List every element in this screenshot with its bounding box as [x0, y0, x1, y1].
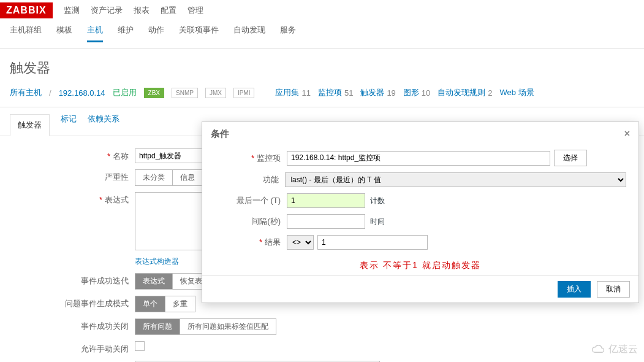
badge-snmp: SNMP [172, 88, 198, 98]
modal-title: 条件 [211, 128, 229, 140]
tab-triggers[interactable]: 触发器 [10, 114, 50, 136]
modal-interval-label: 间隔(秒) [214, 216, 287, 227]
subnav-discovery[interactable]: 自动发现 [233, 25, 265, 42]
tab-deps[interactable]: 依赖关系 [88, 114, 119, 136]
top-nav: 监测 资产记录 报表 配置 管理 [54, 5, 213, 16]
modal-select-button[interactable]: 选择 [554, 150, 587, 166]
count-triggers[interactable]: 触发器 [360, 87, 384, 98]
event-ok-close-tagmatch[interactable]: 所有问题如果标签值匹配 [180, 318, 276, 335]
modal-result-op-select[interactable]: <> [287, 235, 314, 250]
manual-close-checkbox[interactable] [135, 341, 145, 351]
count-discovery-val: 2 [488, 88, 492, 98]
subnav-maintenance[interactable]: 维护 [118, 25, 134, 42]
count-apps[interactable]: 应用集 [275, 87, 299, 98]
subnav-templates[interactable]: 模板 [56, 25, 72, 42]
count-items-val: 51 [344, 88, 353, 98]
manual-close-label: 允许手动关闭 [0, 341, 135, 355]
page-title: 触发器 [0, 49, 644, 87]
name-label: 名称 [113, 152, 129, 161]
badge-ipmi: IPMI [233, 88, 255, 98]
status-enabled: 已启用 [113, 87, 137, 98]
condition-modal: 条件 × *监控项 选择 功能 last() - 最后（最近）的 T 值 最后一… [202, 121, 639, 303]
event-ok-gen-expr[interactable]: 表达式 [135, 273, 173, 290]
breadcrumb-sep: / [49, 88, 51, 98]
modal-result-value-input[interactable] [317, 235, 428, 250]
event-ok-close-label: 事件成功关闭 [0, 318, 135, 332]
count-triggers-val: 19 [387, 88, 395, 98]
badge-jmx: JMX [205, 88, 226, 98]
brand-logo: ZABBIX [0, 2, 53, 18]
nav-monitor[interactable]: 监测 [64, 5, 80, 16]
modal-func-label: 功能 [214, 174, 285, 185]
modal-close-icon[interactable]: × [624, 128, 630, 140]
expr-label: 表达式 [105, 195, 129, 204]
count-graphs[interactable]: 图形 [403, 87, 419, 98]
breadcrumb-host[interactable]: 192.168.0.14 [59, 88, 105, 98]
breadcrumb: 所有主机 / 192.168.0.14 已启用 ZBX SNMP JMX IPM… [0, 87, 644, 107]
severity-unclassified[interactable]: 未分类 [135, 169, 173, 186]
modal-item-input[interactable] [287, 151, 550, 166]
problem-mode-multi[interactable]: 多重 [165, 296, 195, 312]
breadcrumb-all-hosts[interactable]: 所有主机 [10, 87, 42, 98]
nav-admin[interactable]: 管理 [188, 5, 203, 16]
modal-lastof-label: 最后一个 (T) [214, 195, 287, 206]
modal-note: 表示 不等于1 就启动触发器 [202, 260, 638, 271]
nav-inventory[interactable]: 资产记录 [91, 5, 123, 16]
problem-mode-single[interactable]: 单个 [135, 296, 165, 312]
subnav-services[interactable]: 服务 [280, 25, 296, 42]
count-items[interactable]: 监控项 [318, 87, 342, 98]
sub-nav: 主机群组 模板 主机 维护 动作 关联项事件 自动发现 服务 [0, 18, 644, 49]
cloud-icon [589, 344, 606, 355]
nav-reports[interactable]: 报表 [134, 5, 150, 16]
event-ok-close-all[interactable]: 所有问题 [135, 318, 180, 335]
badge-zbx: ZBX [144, 88, 164, 98]
modal-insert-button[interactable]: 插入 [558, 281, 591, 298]
count-graphs-val: 10 [422, 88, 430, 98]
modal-lastof-unit: 计数 [370, 196, 385, 206]
subnav-hosts[interactable]: 主机 [87, 25, 103, 42]
subnav-actions[interactable]: 动作 [148, 25, 164, 42]
modal-item-label: 监控项 [257, 153, 281, 163]
subnav-correlation[interactable]: 关联项事件 [179, 25, 219, 42]
problem-mode-label: 问题事件生成模式 [0, 296, 135, 309]
modal-func-select[interactable]: last() - 最后（最近）的 T 值 [285, 172, 626, 187]
count-web[interactable]: Web 场景 [500, 87, 534, 98]
count-discovery[interactable]: 自动发现规则 [438, 87, 485, 98]
nav-config[interactable]: 配置 [161, 5, 176, 16]
event-ok-gen-label: 事件成功迭代 [0, 273, 135, 287]
watermark: 亿速云 [589, 343, 638, 356]
modal-result-label: 结果 [265, 237, 281, 247]
modal-interval-input[interactable] [287, 214, 365, 229]
count-apps-val: 11 [301, 88, 310, 98]
modal-lastof-input[interactable] [287, 193, 365, 208]
severity-label: 严重性 [0, 169, 135, 183]
expr-builder-link[interactable]: 表达式构造器 [135, 256, 179, 267]
modal-interval-unit: 时间 [370, 217, 385, 227]
modal-cancel-button[interactable]: 取消 [597, 281, 630, 298]
subnav-hostgroups[interactable]: 主机群组 [10, 25, 42, 42]
tab-tags[interactable]: 标记 [61, 114, 77, 136]
severity-info[interactable]: 信息 [173, 169, 203, 186]
